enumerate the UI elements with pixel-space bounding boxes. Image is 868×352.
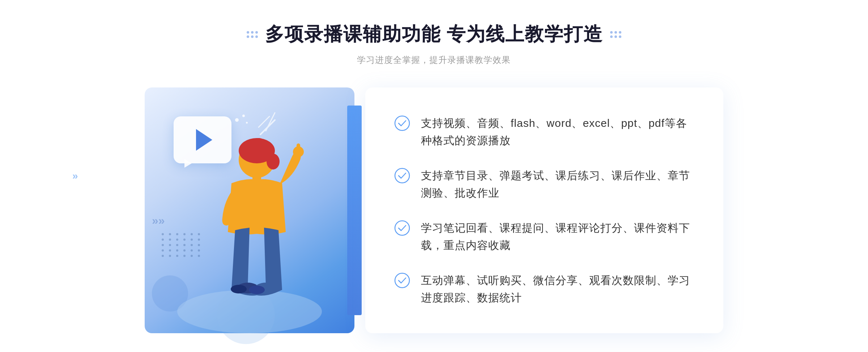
svg-point-34 (251, 138, 266, 149)
check-icon-1 (394, 115, 410, 131)
title-row: 多项录播课辅助功能 专为线上教学打造 (247, 22, 621, 47)
content-area: »» (145, 87, 723, 333)
page-container: » 多项录播课辅助功能 专为线上教学打造 (0, 0, 868, 352)
feature-item-1: 支持视频、音频、flash、word、excel、ppt、pdf等各种格式的资源… (394, 107, 694, 156)
svg-point-41 (249, 286, 265, 294)
accent-bar (347, 106, 362, 315)
title-decoration-right (610, 31, 621, 38)
check-icon-3 (394, 220, 410, 236)
feature-item-4: 互动弹幕、试听购买、微信分享、观看次数限制、学习进度跟踪、数据统计 (394, 265, 694, 314)
feature-item-2: 支持章节目录、弹题考试、课后练习、课后作业、章节测验、批改作业 (394, 160, 694, 209)
feature-text-3: 学习笔记回看、课程提问、课程评论打分、课件资料下载，重点内容收藏 (421, 219, 694, 254)
svg-point-45 (395, 116, 409, 130)
page-subtitle: 学习进度全掌握，提升录播课教学效果 (247, 54, 621, 66)
svg-point-33 (267, 154, 280, 169)
svg-point-47 (395, 221, 409, 235)
header-section: 多项录播课辅助功能 专为线上教学打造 学习进度全掌握，提升录播课教学效果 (247, 22, 621, 66)
check-icon-4 (394, 272, 410, 288)
left-chevron-icon: » (72, 170, 78, 182)
svg-point-48 (395, 273, 409, 288)
svg-point-46 (395, 168, 409, 183)
left-decoration: » (72, 170, 78, 182)
feature-text-4: 互动弹幕、试听购买、微信分享、观看次数限制、学习进度跟踪、数据统计 (421, 272, 694, 306)
illustration-card: »» (145, 87, 354, 333)
page-title: 多项录播课辅助功能 专为线上教学打造 (265, 22, 603, 47)
features-panel: 支持视频、音频、flash、word、excel、ppt、pdf等各种格式的资源… (365, 87, 723, 333)
svg-point-30 (177, 290, 322, 333)
feature-text-1: 支持视频、音频、flash、word、excel、ppt、pdf等各种格式的资源… (421, 115, 694, 149)
svg-line-44 (259, 116, 269, 127)
feature-item-3: 学习笔记回看、课程提问、课程评论打分、课件资料下载，重点内容收藏 (394, 212, 694, 261)
check-icon-2 (394, 168, 410, 184)
svg-point-40 (231, 285, 247, 293)
title-decoration-left (247, 31, 258, 38)
svg-rect-37 (297, 143, 300, 154)
person-illustration (145, 87, 354, 333)
feature-text-2: 支持章节目录、弹题考试、课后练习、课后作业、章节测验、批改作业 (421, 167, 694, 202)
